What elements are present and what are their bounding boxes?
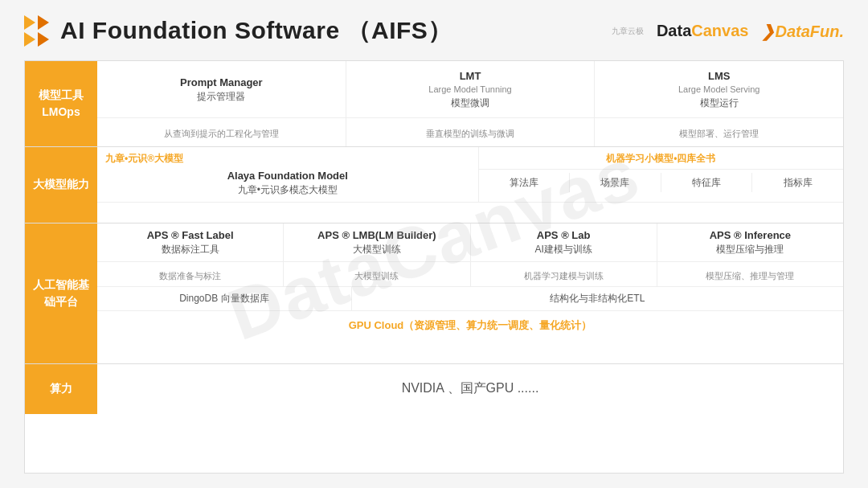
lmops-desc-row: 从查询到提示的工程化与管理 垂直模型的训练与微调 模型部署、运行管理 <box>97 118 843 146</box>
suan-text: NVIDIA 、国产GPU ...... <box>402 379 539 397</box>
datafun-text: DataFun. <box>775 23 844 40</box>
jiuzhang-label: 九章云极 <box>612 26 644 37</box>
bigmodel-ml-top: 机器学习小模型•四库全书 <box>479 147 844 170</box>
bigmodel-main: 九章•元识®大模型 Alaya Foundation Model 九章•元识多模… <box>97 147 843 203</box>
ai-fastlabel-desc: 数据准备与标注 <box>159 270 221 281</box>
header-logos: 九章云极 DataCanvas ❯DataFun. <box>612 22 844 41</box>
ai-lmb-desc: 大模型训练 <box>354 270 399 281</box>
bigmodel-feature: 特征库 <box>661 173 753 193</box>
jiuzhang-text: 九章云极 <box>612 26 644 37</box>
suan-cell: NVIDIA 、国产GPU ...... <box>97 364 843 414</box>
ai-lmb-subtitle: 大模型训练 <box>353 243 401 256</box>
ai-aps-titles: APS ® Fast Label 数据标注工具 APS ® LMB(LM Bui… <box>97 223 843 262</box>
bigmodel-orange-left: 九章•元识®大模型 <box>105 152 183 166</box>
ai-gpu-cell: GPU Cloud（资源管理、算力统一调度、量化统计） <box>97 311 843 339</box>
dc-data-text: Data <box>657 22 691 39</box>
datacanvas-logo-text: DataCanvas <box>657 22 749 40</box>
dc-canvas-text: Canvas <box>691 22 748 39</box>
arrow-tri-3 <box>24 32 35 47</box>
lmops-cell-lmt: LMT Large Model Tunning 模型微调 <box>346 61 596 117</box>
ai-lmb-title: APS ® LMB(LM Builder) <box>317 228 436 243</box>
ai-lmb-cell: APS ® LMB(LM Builder) 大模型训练 <box>284 223 470 261</box>
bigmodel-metric: 指标库 <box>752 173 843 193</box>
header-left: AI Foundation Software （AIFS） <box>24 14 452 47</box>
lms-subtitle: 模型运行 <box>700 96 739 110</box>
bigmodel-label: 大模型能力 <box>25 147 97 223</box>
arrow-tri-4 <box>38 32 49 47</box>
ai-lmb-desc-cell: 大模型训练 <box>284 262 470 286</box>
lmops-cell-prompt: Prompt Manager 提示管理器 <box>97 61 346 117</box>
page-wrapper: AI Foundation Software （AIFS） 九章云极 DataC… <box>0 0 868 488</box>
lmops-top: Prompt Manager 提示管理器 LMT Large Model Tun… <box>97 61 843 118</box>
ai-fastlabel-cell: APS ® Fast Label 数据标注工具 <box>97 223 284 261</box>
bigmodel-orange-right: 机器学习小模型•四库全书 <box>606 153 715 164</box>
bigmodel-alaya: 九章•元识®大模型 Alaya Foundation Model 九章•元识多模… <box>97 147 479 202</box>
datafun-logo: ❯DataFun. <box>761 22 844 41</box>
lmt-subtitle: 模型微调 <box>451 96 489 110</box>
ai-inference-title: APS ® Inference <box>710 228 791 243</box>
ai-fastlabel-desc-cell: 数据准备与标注 <box>97 262 284 286</box>
bigmodel-scene: 场景库 <box>570 173 661 193</box>
arrow-tri-1 <box>24 15 35 30</box>
alaya-title: Alaya Foundation Model <box>227 169 348 183</box>
datafun-d: ❯ <box>761 23 775 40</box>
lmops-desc-prompt: 从查询到提示的工程化与管理 <box>97 118 346 146</box>
ai-inference-desc: 模型压缩、推理与管理 <box>706 270 794 281</box>
ai-lab-cell: APS ® Lab AI建模与训练 <box>471 223 657 261</box>
prompt-subtitle: 提示管理器 <box>197 90 245 104</box>
alaya-subtitle: 九章•元识多模态大模型 <box>238 183 338 197</box>
prompt-title: Prompt Manager <box>180 76 263 90</box>
header-arrow-icon <box>24 15 49 47</box>
datacanvas-logo: DataCanvas <box>657 22 749 40</box>
row-suan: 算力 NVIDIA 、国产GPU ...... <box>25 364 843 414</box>
ai-fastlabel-title: APS ® Fast Label <box>147 228 234 243</box>
ai-lab-desc-cell: 机器学习建模与训练 <box>471 262 657 286</box>
ai-inference-subtitle: 模型压缩与推理 <box>716 243 784 256</box>
lmops-label: 模型工具 LMOps <box>25 61 97 146</box>
ai-lab-desc: 机器学习建模与训练 <box>524 270 604 281</box>
lms-desc: 模型部署、运行管理 <box>679 128 759 139</box>
bigmodel-metric-text: 指标库 <box>784 176 813 190</box>
arrow-tri-2 <box>38 15 49 30</box>
lmt-desc: 垂直模型的训练与微调 <box>426 128 514 139</box>
prompt-desc: 从查询到提示的工程化与管理 <box>164 128 279 139</box>
row-ai: 人工智能基础平台 APS ® Fast Label 数据标注工具 APS ® L… <box>25 223 843 364</box>
bigmodel-scene-text: 场景库 <box>600 176 629 190</box>
lmt-title: LMT <box>460 69 481 84</box>
ai-inference-cell: APS ® Inference 模型压缩与推理 <box>657 223 843 261</box>
lms-subtitle2: Large Model Serving <box>678 84 760 96</box>
lmops-desc-lmt: 垂直模型的训练与微调 <box>346 118 596 146</box>
row-bigmodel: 大模型能力 九章•元识®大模型 Alaya Foundation Model 九… <box>25 147 843 223</box>
ai-lab-subtitle: AI建模与训练 <box>534 243 592 256</box>
ai-inference-desc-cell: 模型压缩、推理与管理 <box>657 262 843 286</box>
lmops-content: Prompt Manager 提示管理器 LMT Large Model Tun… <box>97 61 843 146</box>
ai-label: 人工智能基础平台 <box>25 223 97 363</box>
bigmodel-ml-bottom: 算法库 场景库 特征库 指标库 <box>479 170 844 196</box>
ai-dingo-etl: DingoDB 向量数据库 结构化与非结构化ETL <box>97 287 843 311</box>
row-lmops: 模型工具 LMOps Prompt Manager 提示管理器 LMT Larg… <box>25 61 843 147</box>
bigmodel-feature-text: 特征库 <box>692 176 721 190</box>
lmops-cell-lms: LMS Large Model Serving 模型运行 <box>595 61 843 117</box>
ai-gpu-row: GPU Cloud（资源管理、算力统一调度、量化统计） <box>97 311 843 339</box>
lms-title: LMS <box>708 69 730 84</box>
main-table: 模型工具 LMOps Prompt Manager 提示管理器 LMT Larg… <box>24 60 844 474</box>
ai-aps-descs: 数据准备与标注 大模型训练 机器学习建模与训练 模型压缩、推理与管理 <box>97 262 843 287</box>
lmops-desc-lms: 模型部署、运行管理 <box>595 118 843 146</box>
suan-label: 算力 <box>25 364 97 414</box>
bigmodel-content: 九章•元识®大模型 Alaya Foundation Model 九章•元识多模… <box>97 147 843 223</box>
ai-lab-title: APS ® Lab <box>537 228 591 243</box>
page-title: AI Foundation Software （AIFS） <box>60 14 452 47</box>
ai-fastlabel-subtitle: 数据标注工具 <box>162 243 219 256</box>
ai-etl-cell: 结构化与非结构化ETL <box>352 287 843 310</box>
ai-etl-text: 结构化与非结构化ETL <box>550 292 645 306</box>
header: AI Foundation Software （AIFS） 九章云极 DataC… <box>24 14 844 47</box>
suan-content: NVIDIA 、国产GPU ...... <box>97 364 843 414</box>
bigmodel-algo: 算法库 <box>479 173 571 193</box>
lmt-subtitle2: Large Model Tunning <box>428 84 511 96</box>
bigmodel-ml: 机器学习小模型•四库全书 算法库 场景库 特征库 <box>479 147 844 202</box>
ai-dingo-cell: DingoDB 向量数据库 <box>97 287 352 310</box>
bigmodel-algo-text: 算法库 <box>510 176 538 190</box>
ai-dingo-text: DingoDB 向量数据库 <box>179 292 268 306</box>
ai-gpu-text: GPU Cloud（资源管理、算力统一调度、量化统计） <box>349 319 592 331</box>
ai-content: APS ® Fast Label 数据标注工具 APS ® LMB(LM Bui… <box>97 223 843 363</box>
